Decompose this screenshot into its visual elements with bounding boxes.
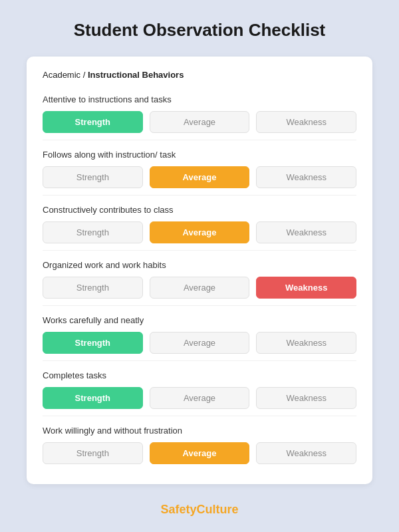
checklist-item: Organized work and work habitsStrengthAv… bbox=[43, 250, 356, 305]
button-group: StrengthAverageWeakness bbox=[43, 221, 356, 243]
button-group: StrengthAverageWeakness bbox=[43, 387, 356, 409]
button-group: StrengthAverageWeakness bbox=[43, 111, 356, 133]
page-title: Student Observation Checklist bbox=[74, 20, 326, 41]
button-group: StrengthAverageWeakness bbox=[43, 332, 356, 354]
brand-part1: Safety bbox=[160, 503, 196, 516]
average-button[interactable]: Average bbox=[150, 277, 250, 299]
strength-button[interactable]: Strength bbox=[43, 111, 143, 133]
section-title: Academic / Instructional Behaviors bbox=[43, 70, 356, 80]
strength-button[interactable]: Strength bbox=[43, 387, 143, 409]
checklist-item: Works carefully and neatlyStrengthAverag… bbox=[43, 305, 356, 360]
item-label: Completes tasks bbox=[43, 370, 356, 380]
checklist-item: Follows along with instruction/ taskStre… bbox=[43, 140, 356, 195]
weakness-button[interactable]: Weakness bbox=[256, 332, 356, 354]
weakness-button[interactable]: Weakness bbox=[256, 387, 356, 409]
average-button[interactable]: Average bbox=[150, 221, 250, 243]
average-button[interactable]: Average bbox=[150, 111, 250, 133]
item-label: Follows along with instruction/ task bbox=[43, 150, 356, 160]
strength-button[interactable]: Strength bbox=[43, 442, 143, 464]
strength-button[interactable]: Strength bbox=[43, 277, 143, 299]
item-label: Works carefully and neatly bbox=[43, 315, 356, 325]
button-group: StrengthAverageWeakness bbox=[43, 166, 356, 188]
weakness-button[interactable]: Weakness bbox=[256, 221, 356, 243]
strength-button[interactable]: Strength bbox=[43, 332, 143, 354]
checklist-item: Attentive to instructions and tasksStren… bbox=[43, 90, 356, 140]
average-button[interactable]: Average bbox=[150, 442, 250, 464]
checklist-item: Constructively contributes to classStren… bbox=[43, 195, 356, 250]
average-button[interactable]: Average bbox=[150, 166, 250, 188]
checklist-items-container: Attentive to instructions and tasksStren… bbox=[43, 90, 356, 471]
average-button[interactable]: Average bbox=[150, 387, 250, 409]
button-group: StrengthAverageWeakness bbox=[43, 277, 356, 299]
weakness-button[interactable]: Weakness bbox=[256, 277, 356, 299]
footer-logo: SafetyCulture bbox=[160, 503, 238, 517]
strength-button[interactable]: Strength bbox=[43, 221, 143, 243]
brand-part2: Culture bbox=[197, 503, 239, 516]
strength-button[interactable]: Strength bbox=[43, 166, 143, 188]
button-group: StrengthAverageWeakness bbox=[43, 442, 356, 464]
item-label: Constructively contributes to class bbox=[43, 205, 356, 215]
checklist-item: Work willingly and without frustrationSt… bbox=[43, 416, 356, 471]
item-label: Work willingly and without frustration bbox=[43, 426, 356, 436]
weakness-button[interactable]: Weakness bbox=[256, 111, 356, 133]
weakness-button[interactable]: Weakness bbox=[256, 166, 356, 188]
item-label: Attentive to instructions and tasks bbox=[43, 94, 356, 104]
average-button[interactable]: Average bbox=[150, 332, 250, 354]
checklist-item: Completes tasksStrengthAverageWeakness bbox=[43, 360, 356, 416]
weakness-button[interactable]: Weakness bbox=[256, 442, 356, 464]
item-label: Organized work and work habits bbox=[43, 260, 356, 270]
checklist-card: Academic / Instructional Behaviors Atten… bbox=[27, 57, 372, 484]
